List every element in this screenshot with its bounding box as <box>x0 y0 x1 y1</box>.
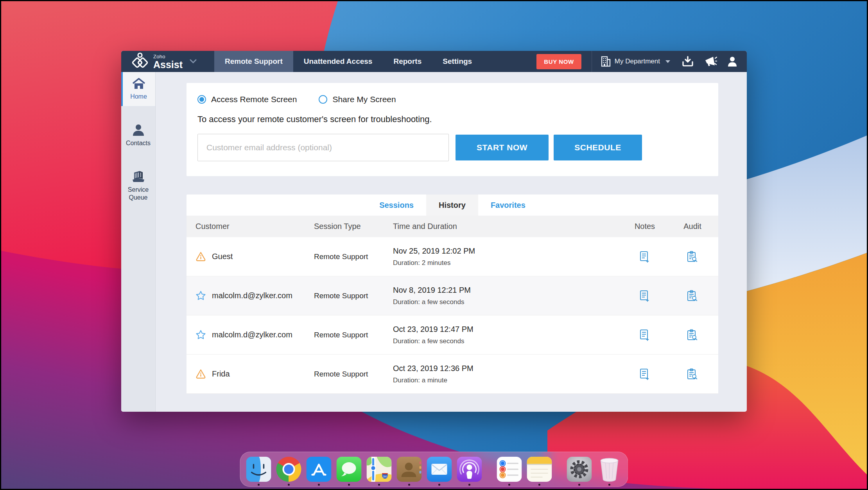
audit-icon[interactable] <box>687 251 698 263</box>
audit-icon[interactable] <box>687 329 698 341</box>
session-time: Nov 8, 2019 12:21 PM <box>393 286 623 295</box>
radio-selected-icon[interactable] <box>197 95 206 104</box>
dock-notes-icon[interactable] <box>527 457 552 482</box>
tab-sessions[interactable]: Sessions <box>367 195 426 216</box>
svg-text:280: 280 <box>383 475 387 478</box>
announcement-icon[interactable] <box>704 56 717 67</box>
zoho-assist-logo-icon <box>131 52 149 70</box>
column-audit: Audit <box>667 222 718 231</box>
session-type: Remote Support <box>314 292 393 300</box>
dock-mail-icon[interactable] <box>427 457 452 482</box>
radio-share-my-screen[interactable]: Share My Screen <box>319 95 396 104</box>
department-label: My Department <box>615 58 660 65</box>
dock-contacts-icon[interactable] <box>397 457 422 482</box>
session-alert-icon <box>195 369 206 379</box>
radio-label: Share My Screen <box>332 95 396 104</box>
schedule-button[interactable]: SCHEDULE <box>554 135 642 160</box>
session-duration: Duration: a few seconds <box>393 298 623 306</box>
start-now-button[interactable]: START NOW <box>456 135 549 160</box>
customer-name: malcolm.d@zylker.com <box>212 291 292 300</box>
logo-assist-text: Assist <box>153 60 183 70</box>
caret-down-icon <box>665 60 670 63</box>
column-customer: Customer <box>195 222 230 231</box>
top-navbar: Zoho Assist Remote Support Unattended Ac… <box>121 51 747 72</box>
session-type: Remote Support <box>314 252 393 261</box>
left-sidebar: Home Contacts Service <box>121 72 156 412</box>
session-duration: Duration: a minute <box>393 377 623 384</box>
nav-tab-remote-support[interactable]: Remote Support <box>214 51 293 72</box>
session-duration: Duration: 2 minutes <box>393 259 623 267</box>
add-note-icon[interactable] <box>640 290 650 302</box>
favorite-star-icon[interactable] <box>195 330 206 340</box>
session-duration: Duration: a few seconds <box>393 337 623 345</box>
dock-system-preferences-icon[interactable] <box>567 457 592 482</box>
session-time: Nov 25, 2019 12:02 PM <box>393 247 623 256</box>
audit-icon[interactable] <box>687 290 698 302</box>
department-selector[interactable]: My Department <box>601 56 670 67</box>
sessions-panel: Sessions History Favorites Customer Sess… <box>187 195 718 394</box>
session-type: Remote Support <box>314 370 393 378</box>
dock-reminders-icon[interactable] <box>497 457 522 482</box>
dock-finder-icon[interactable] <box>246 457 271 482</box>
sidebar-item-contacts[interactable]: Contacts <box>121 118 155 153</box>
session-mode-radios: Access Remote Screen Share My Screen <box>197 95 707 104</box>
desktop: Zoho Assist Remote Support Unattended Ac… <box>0 0 868 490</box>
customer-name: malcolm.d@zylker.com <box>212 330 292 339</box>
table-row[interactable]: Guest Remote Support Nov 25, 2019 12:02 … <box>187 237 718 276</box>
service-queue-icon <box>131 170 146 183</box>
chevron-down-icon[interactable] <box>190 59 197 64</box>
buy-now-button[interactable]: BUY NOW <box>536 54 581 69</box>
sidebar-label: Home <box>130 93 147 101</box>
add-note-icon[interactable] <box>640 251 650 263</box>
session-time: Oct 23, 2019 12:47 PM <box>393 325 623 334</box>
nav-tab-settings[interactable]: Settings <box>432 51 482 72</box>
user-profile-icon[interactable] <box>727 56 737 67</box>
nav-tab-unattended-access[interactable]: Unattended Access <box>293 51 383 72</box>
table-row[interactable]: malcolm.d@zylker.com Remote Support Nov … <box>187 276 718 315</box>
sidebar-item-service-queue[interactable]: Service Queue <box>121 164 155 207</box>
session-time: Oct 23, 2019 12:36 PM <box>393 364 623 373</box>
home-icon <box>132 78 145 90</box>
table-row[interactable]: malcolm.d@zylker.com Remote Support Oct … <box>187 315 718 355</box>
sidebar-label: Service Queue <box>122 186 154 202</box>
zoho-assist-window: Zoho Assist Remote Support Unattended Ac… <box>121 51 747 412</box>
tab-favorites[interactable]: Favorites <box>478 195 538 216</box>
dock-trash-icon[interactable] <box>597 457 622 482</box>
session-type: Remote Support <box>314 331 393 339</box>
tab-history[interactable]: History <box>426 195 478 216</box>
column-notes: Notes <box>623 222 667 231</box>
building-icon <box>601 56 611 67</box>
radio-access-remote-screen[interactable]: Access Remote Screen <box>197 95 297 104</box>
favorite-star-icon[interactable] <box>195 290 206 301</box>
sidebar-item-home[interactable]: Home <box>121 72 155 106</box>
column-session-type: Session Type <box>314 222 393 231</box>
add-note-icon[interactable] <box>640 368 650 380</box>
customer-email-input[interactable] <box>197 134 449 161</box>
audit-icon[interactable] <box>687 368 698 380</box>
session-alert-icon <box>195 251 206 262</box>
macos-dock: 280 <box>240 452 628 487</box>
radio-unselected-icon[interactable] <box>319 95 327 104</box>
customer-name: Guest <box>212 252 233 261</box>
history-table-body: Guest Remote Support Nov 25, 2019 12:02 … <box>187 237 718 394</box>
table-row[interactable]: Frida Remote Support Oct 23, 2019 12:36 … <box>187 355 718 394</box>
navbar-divider <box>592 51 592 72</box>
main-nav-menu: Remote Support Unattended Access Reports… <box>214 51 482 72</box>
access-description: To access your remote customer's screen … <box>197 114 707 124</box>
column-time-duration: Time and Duration <box>393 222 623 231</box>
dock-messages-icon[interactable] <box>337 457 362 482</box>
add-note-icon[interactable] <box>640 329 650 341</box>
logo-zoho-text: Zoho <box>153 54 183 59</box>
sidebar-label: Contacts <box>126 139 151 147</box>
sessions-tab-bar: Sessions History Favorites <box>187 195 718 216</box>
contacts-icon <box>132 124 145 136</box>
dock-app-store-icon[interactable] <box>307 457 332 482</box>
app-logo[interactable]: Zoho Assist <box>121 51 214 72</box>
dock-chrome-icon[interactable] <box>276 457 301 482</box>
radio-label: Access Remote Screen <box>211 95 297 104</box>
dock-podcasts-icon[interactable] <box>457 457 482 482</box>
download-icon[interactable] <box>682 56 694 67</box>
nav-tab-reports[interactable]: Reports <box>383 51 432 72</box>
main-content: Access Remote Screen Share My Screen To … <box>156 72 747 412</box>
dock-maps-icon[interactable]: 280 <box>367 457 392 482</box>
